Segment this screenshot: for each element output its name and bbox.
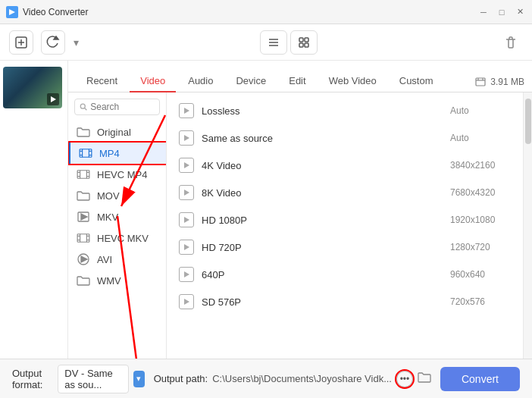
format-label-mkv: MKV bbox=[97, 212, 118, 223]
svg-rect-25 bbox=[77, 171, 89, 179]
titlebar-left: Video Converter bbox=[6, 6, 89, 18]
format-item-wmv[interactable]: WMV bbox=[68, 270, 166, 291]
folder-icon bbox=[76, 126, 91, 138]
svg-rect-9 bbox=[305, 38, 308, 42]
quality-item-hd1080p[interactable]: HD 1080P 1920x1080 bbox=[167, 206, 523, 233]
add-file-button[interactable] bbox=[9, 30, 33, 55]
tabs-bar: Recent Video Audio Device Edit Web Video… bbox=[68, 61, 532, 92]
format-item-mkv[interactable]: MKV bbox=[68, 206, 166, 227]
svg-marker-48 bbox=[184, 244, 189, 250]
trash-button[interactable] bbox=[499, 30, 523, 55]
quality-item-lossless[interactable]: Lossless Auto bbox=[167, 97, 523, 124]
tab-edit[interactable]: Edit bbox=[278, 71, 316, 92]
play-button-8k[interactable] bbox=[179, 185, 194, 200]
play-button-hd720p[interactable] bbox=[179, 240, 194, 255]
quality-res-sd576p: 720x576 bbox=[450, 296, 511, 307]
quality-name-same-as-source: Same as source bbox=[202, 133, 443, 144]
svg-rect-10 bbox=[299, 43, 303, 47]
settings-dropdown[interactable]: ▾ bbox=[73, 33, 79, 52]
format-label-hevc-mkv: HEVC MKV bbox=[97, 233, 149, 244]
rotate-button[interactable] bbox=[41, 30, 65, 55]
quality-name-lossless: Lossless bbox=[202, 105, 443, 117]
svg-point-16 bbox=[80, 104, 85, 108]
titlebar-controls: ─ □ ✕ bbox=[477, 6, 526, 18]
output-format-text: DV - Same as sou... bbox=[64, 368, 122, 390]
quality-item-sd576p[interactable]: SD 576P 720x576 bbox=[167, 288, 523, 315]
file-thumbnail[interactable] bbox=[3, 67, 62, 108]
maximize-button[interactable]: □ bbox=[496, 6, 508, 18]
play-button-sd576p[interactable] bbox=[179, 294, 194, 309]
svg-rect-8 bbox=[299, 38, 303, 42]
output-format-label: Output format: bbox=[12, 368, 53, 390]
path-options-button[interactable]: ••• bbox=[396, 371, 413, 387]
play-button-same-as-source[interactable] bbox=[179, 130, 194, 146]
folder-icon-wmv bbox=[76, 274, 91, 287]
output-format-dropdown[interactable]: ▾ bbox=[133, 371, 144, 387]
scrollbar-track[interactable] bbox=[523, 92, 532, 359]
search-box[interactable] bbox=[74, 99, 160, 115]
convert-button[interactable]: Convert bbox=[440, 367, 520, 391]
svg-marker-12 bbox=[51, 96, 56, 102]
tabs-left: Recent Video Audio Device Edit Web Video… bbox=[76, 71, 444, 92]
play-icon-mkv bbox=[76, 211, 91, 223]
tab-video[interactable]: Video bbox=[130, 71, 176, 92]
svg-line-17 bbox=[85, 108, 87, 111]
tab-audio[interactable]: Audio bbox=[177, 71, 224, 92]
svg-rect-13 bbox=[476, 78, 485, 86]
format-label-avi: AVI bbox=[97, 254, 112, 265]
play-button-hd1080p[interactable] bbox=[179, 212, 194, 227]
quality-item-hd720p[interactable]: HD 720P 1280x720 bbox=[167, 233, 523, 261]
quality-name-hd720p: HD 720P bbox=[202, 242, 443, 253]
format-item-hevc-mkv[interactable]: HEVC MKV bbox=[68, 227, 166, 249]
quality-list: Lossless Auto Same as source Auto 4K bbox=[167, 92, 523, 359]
format-item-mp4[interactable]: MP4 bbox=[68, 143, 166, 164]
output-path-label: Output path: bbox=[154, 373, 208, 384]
toolbar: ▾ bbox=[0, 24, 532, 61]
quality-item-same-as-source[interactable]: Same as source Auto bbox=[167, 124, 523, 152]
quality-item-640p[interactable]: 640P 960x640 bbox=[167, 261, 523, 288]
quality-item-4k[interactable]: 4K Video 3840x2160 bbox=[167, 152, 523, 179]
quality-res-hd1080p: 1920x1080 bbox=[450, 215, 511, 225]
file-list bbox=[0, 61, 68, 359]
play-button-lossless[interactable] bbox=[179, 103, 194, 118]
app-title: Video Converter bbox=[23, 7, 89, 17]
quality-res-4k: 3840x2160 bbox=[450, 160, 511, 171]
tab-recent[interactable]: Recent bbox=[76, 71, 128, 92]
browse-folder-button[interactable] bbox=[418, 371, 431, 387]
format-item-avi[interactable]: AVI bbox=[68, 249, 166, 270]
quality-res-8k: 7680x4320 bbox=[450, 187, 511, 198]
toolbar-left: ▾ bbox=[9, 30, 79, 55]
svg-marker-46 bbox=[184, 190, 189, 196]
svg-marker-43 bbox=[184, 108, 189, 114]
search-input[interactable] bbox=[90, 102, 155, 112]
tab-device[interactable]: Device bbox=[225, 71, 277, 92]
list-view-button[interactable] bbox=[260, 30, 287, 55]
close-button[interactable]: ✕ bbox=[514, 6, 526, 18]
tab-custom[interactable]: Custom bbox=[389, 71, 444, 92]
toolbar-right bbox=[499, 30, 523, 55]
app-icon bbox=[6, 6, 18, 18]
main-area: Recent Video Audio Device Edit Web Video… bbox=[0, 61, 532, 359]
scrollbar-thumb[interactable] bbox=[525, 99, 531, 144]
svg-marker-33 bbox=[81, 214, 87, 220]
file-size-value: 3.91 MB bbox=[490, 77, 524, 87]
format-label-original: Original bbox=[97, 127, 131, 138]
svg-marker-45 bbox=[184, 162, 189, 168]
quality-item-8k[interactable]: 8K Video 7680x4320 bbox=[167, 179, 523, 206]
film-icon-hevc-mp4 bbox=[76, 168, 91, 180]
grid-view-button[interactable] bbox=[290, 30, 318, 55]
tab-web-video[interactable]: Web Video bbox=[318, 71, 387, 92]
output-format-value: DV - Same as sou... bbox=[58, 365, 129, 393]
film-icon-hevc-mkv bbox=[76, 232, 91, 244]
file-size-display: 3.91 MB bbox=[475, 77, 524, 92]
minimize-button[interactable]: ─ bbox=[477, 6, 490, 18]
play-button-4k[interactable] bbox=[179, 158, 194, 173]
format-item-hevc-mp4[interactable]: HEVC MP4 bbox=[68, 164, 166, 185]
format-item-original[interactable]: Original bbox=[68, 121, 166, 143]
play-button-640p[interactable] bbox=[179, 267, 194, 282]
svg-marker-42 bbox=[81, 256, 87, 262]
quality-name-8k: 8K Video bbox=[202, 187, 443, 199]
format-item-mov[interactable]: MOV bbox=[68, 185, 166, 206]
format-label-mp4: MP4 bbox=[99, 148, 120, 159]
quality-res-640p: 960x640 bbox=[450, 269, 511, 280]
